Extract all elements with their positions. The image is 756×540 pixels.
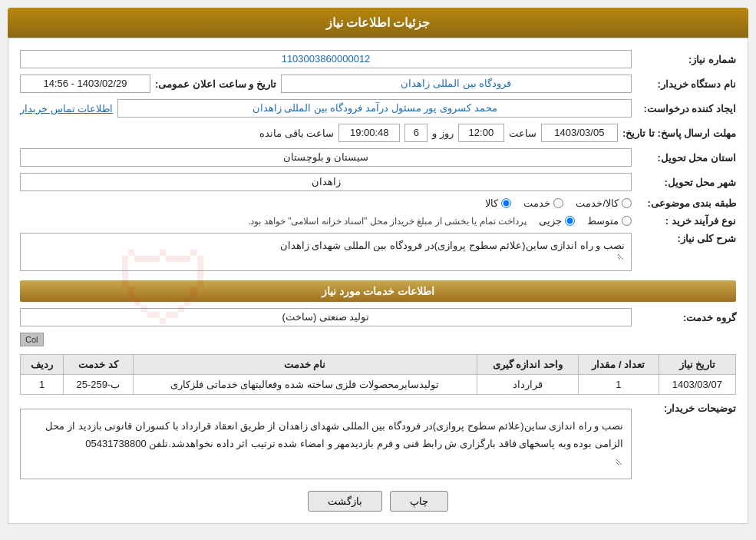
radio-motavasset-input[interactable] — [622, 216, 632, 226]
mohlat-saet-label: ساعت — [509, 128, 536, 139]
mohlat-label: مهلت ارسال پاسخ: تا تاریخ: — [622, 128, 736, 139]
tarikh-label: تاریخ و ساعت اعلان عمومی: — [155, 78, 276, 90]
ostan-label: استان محل تحویل: — [636, 152, 736, 164]
ijad-label: ایجاد کننده درخواست: — [636, 103, 736, 114]
table-cell: 1403/03/07 — [659, 375, 735, 395]
row-shahr: شهر محل تحویل: زاهدان — [20, 173, 736, 191]
button-row: چاپ بازگشت — [20, 491, 736, 512]
goroh-label: گروه خدمت: — [636, 312, 736, 323]
sharh-resize-handle[interactable] — [617, 253, 625, 260]
radio-kala-input[interactable] — [501, 198, 511, 208]
col-name: نام خدمت — [133, 355, 477, 375]
radio-kala: کالا — [485, 197, 511, 209]
radio-kala-khedmat-input[interactable] — [622, 198, 632, 208]
col-badge: Col — [20, 333, 44, 346]
frayand-description: پرداخت تمام یا بخشی از مبلغ خریداز محل "… — [248, 216, 527, 227]
itemas-link[interactable]: اطلاعات تماس خریدار — [20, 103, 113, 114]
dasgah-value: فرودگاه بین المللی زاهدان — [281, 75, 632, 93]
service-section-header: اطلاعات خدمات مورد نیاز — [20, 280, 736, 302]
row-shomara: شماره نیاز: 1103003860000012 — [20, 50, 736, 68]
radio-kala-label: کالا — [485, 197, 498, 209]
row-ostan: استان محل تحویل: سیستان و بلوچستان — [20, 148, 736, 167]
tabaghe-radio-group: کالا/خدمت خدمت کالا — [485, 197, 632, 209]
row-noefrayand: نوع فرآیند خرید : متوسط جزیی پرداخت تمام… — [20, 215, 736, 227]
page-container: جزئیات اطلاعات نیاز 🛡 شماره نیاز: 110300… — [0, 0, 756, 532]
sharh-label: شرح کلی نیاز: — [636, 233, 736, 244]
col-kod: کد خدمت — [64, 355, 133, 375]
col-vahed: واحد اندازه گیری — [477, 355, 578, 375]
shomara-label: شماره نیاز: — [636, 54, 736, 65]
radio-jozi: جزیی — [539, 215, 575, 227]
radio-khedmat: خدمت — [523, 197, 563, 209]
row-sharh: شرح کلی نیاز: نصب و راه اندازی ساین(علائ… — [20, 233, 736, 271]
tawzihat-label: توضیحات خریدار: — [636, 403, 736, 414]
table-cell: قرارداد — [477, 375, 578, 395]
mohlat-remaining-value: 19:00:48 — [338, 124, 400, 142]
radio-kala-khedmat-label: کالا/خدمت — [576, 197, 619, 209]
row-ijad: ایجاد کننده درخواست: محمد کسروی پور مسئو… — [20, 99, 736, 118]
noefrayand-label: نوع فرآیند خرید : — [636, 215, 736, 227]
shomara-value: 1103003860000012 — [20, 50, 632, 68]
col-tarikh-niaz: تاریخ نیاز — [659, 355, 735, 375]
row-mohlat: مهلت ارسال پاسخ: تا تاریخ: 1403/03/05 سا… — [20, 124, 736, 142]
tawzihat-resize-handle[interactable] — [616, 458, 623, 465]
tarikh-value: 1403/02/29 - 14:56 — [20, 75, 150, 93]
table-cell: 1 — [578, 375, 659, 395]
page-header: جزئیات اطلاعات نیاز — [8, 8, 748, 38]
radio-khedmat-input[interactable] — [553, 198, 563, 208]
noefrayand-radio-group: متوسط جزیی — [539, 215, 632, 227]
mohlat-date: 1403/03/05 — [541, 124, 618, 142]
mohlat-saet-value: 12:00 — [458, 124, 504, 142]
ijad-value: محمد کسروی پور مسئول درآمد فرودگاه بین ا… — [117, 99, 632, 118]
row-tawzihat: توضیحات خریدار: نصب و راه اندازی ساین(عل… — [20, 403, 736, 479]
radio-kala-khedmat: کالا/خدمت — [576, 197, 632, 209]
mohlat-roz-label: روز و — [432, 128, 454, 139]
goroh-value: تولید صنعتی (ساخت) — [20, 308, 632, 326]
chap-button[interactable]: چاپ — [390, 491, 448, 512]
table-cell: 1 — [21, 375, 64, 395]
table-cell: ب-259-25 — [64, 375, 133, 395]
shahr-value: زاهدان — [20, 173, 632, 191]
mohlat-remaining-label: ساعت باقی مانده — [259, 128, 334, 139]
ostan-value: سیستان و بلوچستان — [20, 148, 632, 167]
radio-khedmat-label: خدمت — [523, 197, 550, 209]
row-dasgah-tarikh: نام دستگاه خریدار: فرودگاه بین المللی زا… — [20, 75, 736, 93]
row-tabaghe: طبقه بندی موضوعی: کالا/خدمت خدمت کالا — [20, 197, 736, 209]
tabaghe-label: طبقه بندی موضوعی: — [636, 197, 736, 209]
radio-jozi-input[interactable] — [565, 216, 575, 226]
tawzihat-value: نصب و راه اندازی ساین(علائم سطوح پروازی)… — [20, 409, 632, 479]
row-goroh: گروه خدمت: تولید صنعتی (ساخت) — [20, 308, 736, 326]
col-tedad: تعداد / مقدار — [578, 355, 659, 375]
table-row: 1403/03/071قراردادتولیدسایرمحصولات فلزی … — [21, 375, 736, 395]
main-panel: 🛡 شماره نیاز: 1103003860000012 نام دستگا… — [8, 38, 748, 524]
bazgasht-button[interactable]: بازگشت — [308, 491, 382, 512]
radio-motavasset-label: متوسط — [587, 215, 619, 227]
radio-motavasset: متوسط — [587, 215, 632, 227]
mohlat-roz-value: 6 — [404, 124, 428, 142]
page-title: جزئیات اطلاعات نیاز — [326, 16, 431, 29]
sharh-value: نصب و راه اندازی ساین(علائم سطوح پروازی)… — [20, 233, 632, 271]
shahr-label: شهر محل تحویل: — [636, 177, 736, 188]
table-cell: تولیدسایرمحصولات فلزی ساخته شده وفعالیته… — [133, 375, 477, 395]
service-table: تاریخ نیاز تعداد / مقدار واحد اندازه گیر… — [20, 354, 736, 395]
radio-jozi-label: جزیی — [539, 215, 562, 227]
col-radif: ردیف — [21, 355, 64, 375]
dasgah-label: نام دستگاه خریدار: — [636, 78, 736, 90]
